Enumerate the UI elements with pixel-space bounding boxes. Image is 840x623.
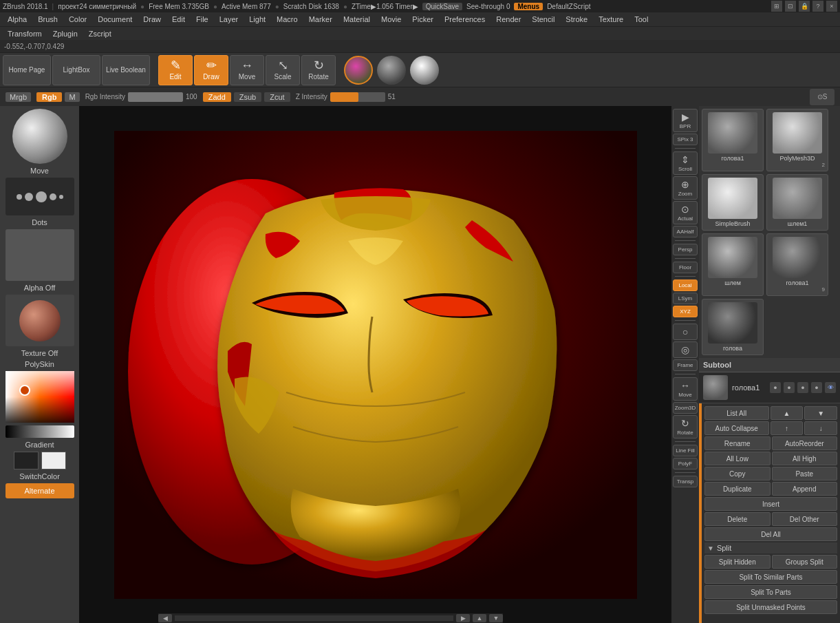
gradient-bar[interactable] bbox=[6, 425, 74, 438]
rt-polyf[interactable]: PolyF bbox=[673, 458, 698, 469]
btn-rotate[interactable]: ↻ Rotate bbox=[301, 55, 336, 85]
splitsimilar-btn[interactable]: Split To Similar Parts bbox=[704, 570, 837, 584]
tab-live-boolean[interactable]: Live Boolean bbox=[102, 55, 150, 85]
rt-move[interactable]: ↔ Move bbox=[673, 377, 698, 401]
thumb-polymesh3d[interactable]: PolyMesh3D 2 bbox=[766, 109, 828, 171]
material-sphere2[interactable] bbox=[377, 56, 406, 85]
rt-btn2[interactable]: ◎ bbox=[673, 341, 698, 358]
m-btn[interactable]: M bbox=[65, 92, 79, 102]
menu-preferences[interactable]: Preferences bbox=[440, 14, 490, 25]
menu-material[interactable]: Material bbox=[338, 14, 375, 25]
menu-zplugin[interactable]: Zplugin bbox=[48, 28, 83, 39]
scroll-left[interactable]: ◀ bbox=[158, 614, 172, 622]
top-icon-4[interactable]: ? bbox=[812, 1, 823, 12]
alllow-btn[interactable]: All Low bbox=[704, 452, 771, 465]
scroll-track[interactable] bbox=[175, 615, 453, 621]
menu-alpha[interactable]: Alpha bbox=[3, 14, 32, 25]
menus-button[interactable]: Menus bbox=[514, 3, 543, 10]
split-header[interactable]: ▼ Split bbox=[704, 542, 837, 553]
btn-draw[interactable]: ✏ Draw bbox=[194, 55, 228, 85]
default-zscript[interactable]: DefaultZScript bbox=[547, 3, 590, 10]
ctrl-toggle4[interactable]: ● bbox=[811, 382, 822, 393]
alpha-box[interactable] bbox=[6, 229, 74, 281]
autoreorder-btn[interactable]: AutoReorder bbox=[772, 436, 838, 450]
menu-file[interactable]: File bbox=[191, 14, 213, 25]
menu-document[interactable]: Document bbox=[93, 14, 137, 25]
z-intensity-slider[interactable] bbox=[330, 92, 385, 102]
top-icon-1[interactable]: ⊞ bbox=[771, 1, 782, 12]
menu-zscript[interactable]: Zscript bbox=[84, 28, 116, 39]
menu-color[interactable]: Color bbox=[64, 14, 91, 25]
delete-btn[interactable]: Delete bbox=[704, 512, 771, 526]
tab-home[interactable]: Home Page bbox=[3, 55, 51, 85]
rt-zoom3d[interactable]: Zoom3D bbox=[673, 402, 698, 414]
scroll-up[interactable]: ▲ bbox=[473, 614, 486, 622]
append-btn[interactable]: Append bbox=[772, 482, 838, 496]
camera-btn[interactable]: ⊙S bbox=[810, 89, 834, 105]
thumb-голова1b[interactable]: голова1 9 bbox=[766, 233, 828, 296]
rgb-intensity-slider[interactable] bbox=[128, 92, 183, 102]
duplicate-btn[interactable]: Duplicate bbox=[704, 482, 771, 496]
rt-local[interactable]: Local bbox=[673, 279, 698, 291]
rt-frame[interactable]: Frame bbox=[673, 359, 698, 371]
zsub-btn[interactable]: Zsub bbox=[234, 92, 261, 102]
thumb-голова[interactable]: голова bbox=[702, 299, 764, 355]
menu-draw[interactable]: Draw bbox=[138, 14, 166, 25]
rt-rotate[interactable]: ↻ Rotate bbox=[673, 415, 698, 439]
top-icon-2[interactable]: ⊡ bbox=[785, 1, 796, 12]
rt-spix[interactable]: SPix 3 bbox=[673, 134, 698, 145]
viewport[interactable]: ◀ ▶ ▲ ▼ bbox=[79, 106, 671, 623]
menu-texture[interactable]: Texture bbox=[594, 14, 628, 25]
alternate-btn[interactable]: Alternate bbox=[6, 483, 74, 498]
btn-scale[interactable]: ⤡ Scale bbox=[266, 55, 300, 85]
splitparts-btn[interactable]: Split To Parts bbox=[704, 585, 837, 599]
see-through[interactable]: See-through 0 bbox=[466, 3, 510, 10]
color-picker[interactable] bbox=[6, 371, 74, 423]
brush-sphere[interactable] bbox=[12, 109, 67, 164]
rt-floor[interactable]: Floor bbox=[673, 262, 698, 273]
btn-edit[interactable]: ✎ Edit bbox=[158, 55, 193, 85]
ac-arrow2[interactable]: ↓ bbox=[804, 421, 837, 435]
rt-transp[interactable]: Transp bbox=[673, 476, 698, 487]
material-sphere3[interactable] bbox=[410, 56, 439, 85]
thumb-simplebrush[interactable]: SimpleBrush bbox=[702, 174, 764, 231]
paste-btn[interactable]: Paste bbox=[772, 467, 838, 481]
thumb-шлем[interactable]: шлем bbox=[702, 233, 764, 296]
rt-scroll[interactable]: ⇕ Scroll bbox=[673, 151, 698, 175]
ctrl-toggle3[interactable]: ● bbox=[797, 382, 808, 393]
rt-linefill[interactable]: Line Fill bbox=[673, 445, 698, 456]
rt-xyz[interactable]: XYZ bbox=[673, 306, 698, 317]
rt-bpr[interactable]: ▶ BPR bbox=[673, 109, 698, 132]
splitunmasked-btn[interactable]: Split Unmasked Points bbox=[704, 600, 837, 614]
texture-box[interactable] bbox=[6, 295, 74, 346]
ctrl-toggle2[interactable]: ● bbox=[784, 382, 795, 393]
rt-aahalf[interactable]: AAHalf bbox=[673, 226, 698, 237]
subtool-active-thumb[interactable] bbox=[703, 375, 728, 400]
btn-move[interactable]: ↔ Move bbox=[230, 55, 264, 85]
ac-arrow1[interactable]: ↑ bbox=[771, 421, 804, 435]
menu-brush[interactable]: Brush bbox=[33, 14, 63, 25]
dots-box[interactable] bbox=[6, 178, 74, 215]
rt-lsym[interactable]: LSym bbox=[673, 293, 698, 304]
zcut-btn[interactable]: Zcut bbox=[264, 92, 290, 102]
swatch-white[interactable] bbox=[41, 452, 66, 469]
rt-actual[interactable]: ⊙ Actual bbox=[673, 201, 698, 224]
menu-marker[interactable]: Marker bbox=[304, 14, 337, 25]
rgb-btn[interactable]: Rgb bbox=[36, 92, 62, 102]
menu-render[interactable]: Render bbox=[491, 14, 526, 25]
ctrl-toggle1[interactable]: ● bbox=[770, 382, 781, 393]
tab-lightbox[interactable]: LightBox bbox=[52, 55, 100, 85]
menu-tool[interactable]: Tool bbox=[629, 14, 653, 25]
swatch-black[interactable] bbox=[14, 452, 39, 469]
ctrl-eye[interactable]: 👁 bbox=[825, 382, 836, 393]
menu-light[interactable]: Light bbox=[244, 14, 270, 25]
scroll-right[interactable]: ▶ bbox=[456, 614, 470, 622]
rt-zoom[interactable]: ⊕ Zoom bbox=[673, 176, 698, 200]
menu-layer[interactable]: Layer bbox=[215, 14, 244, 25]
list-all-btn[interactable]: List All bbox=[704, 406, 769, 420]
groupssplit-btn[interactable]: Groups Split bbox=[772, 555, 838, 569]
delall-btn[interactable]: Del All bbox=[704, 527, 837, 541]
menu-stencil[interactable]: Stencil bbox=[527, 14, 559, 25]
arrow-down-btn[interactable]: ▼ bbox=[804, 406, 837, 420]
menu-edit[interactable]: Edit bbox=[167, 14, 190, 25]
